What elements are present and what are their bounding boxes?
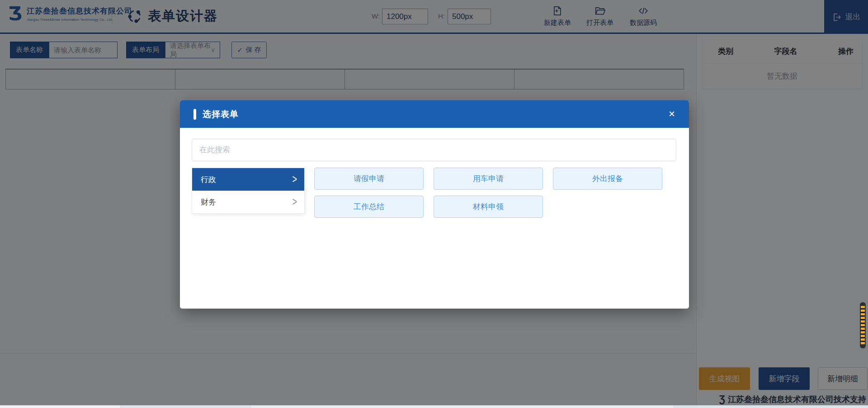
form-template-work-summary[interactable]: 工作总结 [314, 196, 424, 218]
category-label: 财务 [201, 197, 216, 207]
category-item-administration[interactable]: 行政 > [192, 168, 304, 191]
form-designer-app: Ʒ 江苏叁拾叁信息技术有限公司 Jiangsu Three&three Info… [0, 0, 868, 408]
form-template-grid: 请假申请 用车申请 外出报备 工作总结 材料申领 [314, 168, 676, 224]
hscroll-segment [674, 405, 868, 408]
hscroll-segment [251, 405, 674, 408]
search-input[interactable] [192, 139, 676, 161]
form-template-outing-report[interactable]: 外出报备 [553, 168, 662, 190]
chevron-right-icon: > [292, 195, 297, 208]
scrollbar-stripes [861, 306, 865, 345]
form-template-vehicle-request[interactable]: 用车申请 [434, 168, 543, 190]
hscroll-segment [0, 405, 120, 408]
select-form-modal: 选择表单 × 行政 > 财务 > 请假申请 用车申请 外出报备 工作总结 材料申… [180, 100, 689, 309]
title-accent-bar [193, 109, 196, 120]
category-menu: 行政 > 财务 > [192, 168, 305, 214]
close-icon[interactable]: × [665, 107, 679, 121]
vertical-scrollbar-thumb[interactable] [859, 302, 866, 349]
category-label: 行政 [201, 174, 216, 185]
modal-header: 选择表单 × [180, 100, 689, 128]
chevron-right-icon: > [292, 173, 297, 186]
form-template-leave-request[interactable]: 请假申请 [314, 168, 424, 190]
form-template-material-request[interactable]: 材料申领 [434, 196, 543, 218]
modal-title: 选择表单 [203, 108, 239, 120]
category-item-finance[interactable]: 财务 > [192, 191, 304, 213]
horizontal-scrollbar[interactable] [0, 405, 868, 408]
hscroll-segment [120, 405, 251, 408]
